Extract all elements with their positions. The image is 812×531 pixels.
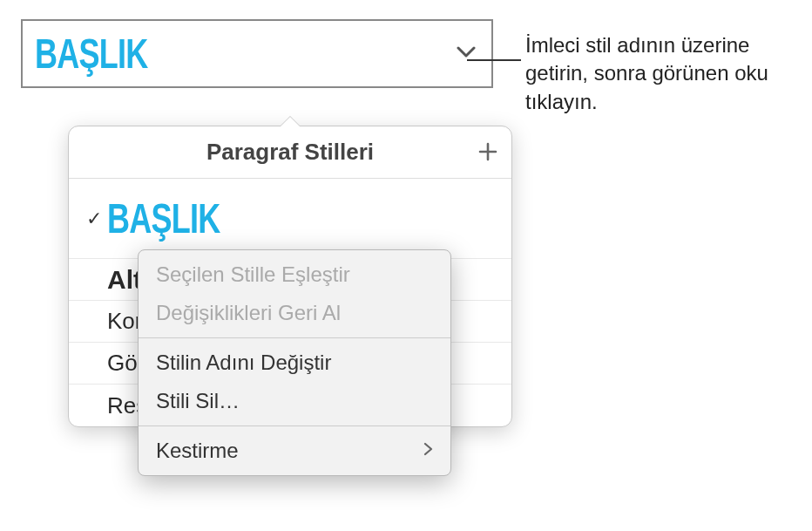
- current-style-selector[interactable]: BAŞLIK: [23, 21, 491, 86]
- style-context-menu: Seçilen Stille Eşleştir Değişiklikleri G…: [138, 249, 451, 476]
- menu-item-label: Değişiklikleri Geri Al: [156, 301, 341, 325]
- style-row-label: Alt: [107, 265, 142, 295]
- menu-item-label: Kestirme: [156, 439, 239, 463]
- menu-shortcut[interactable]: Kestirme: [139, 432, 450, 470]
- menu-separator: [139, 337, 450, 338]
- chevron-right-icon: [423, 442, 433, 460]
- popover-title: Paragraf Stilleri: [69, 126, 511, 179]
- styles-panel: BAŞLIK Paragraf Stilleri ✓ BAŞLIK Alt Ko…: [21, 19, 493, 88]
- menu-separator: [139, 425, 450, 426]
- menu-rename-style[interactable]: Stilin Adını Değiştir: [139, 344, 450, 382]
- callout-line: [467, 59, 521, 61]
- menu-match-selection: Seçilen Stille Eşleştir: [139, 255, 450, 294]
- current-style-label: BAŞLIK: [35, 30, 148, 78]
- checkmark-icon: ✓: [86, 208, 107, 230]
- style-row-baslik[interactable]: ✓ BAŞLIK: [69, 179, 511, 259]
- style-row-label: BAŞLIK: [107, 184, 220, 253]
- menu-revert-changes: Değişiklikleri Geri Al: [139, 294, 450, 332]
- menu-item-label: Seçilen Stille Eşleştir: [156, 262, 350, 287]
- menu-delete-style[interactable]: Stili Sil…: [139, 382, 450, 420]
- callout-text: İmleci stil adının üzerine getirin, sonr…: [525, 31, 795, 116]
- menu-item-label: Stili Sil…: [156, 389, 240, 413]
- plus-icon[interactable]: [478, 140, 497, 166]
- menu-item-label: Stilin Adını Değiştir: [156, 351, 331, 375]
- popover-title-label: Paragraf Stilleri: [206, 139, 374, 166]
